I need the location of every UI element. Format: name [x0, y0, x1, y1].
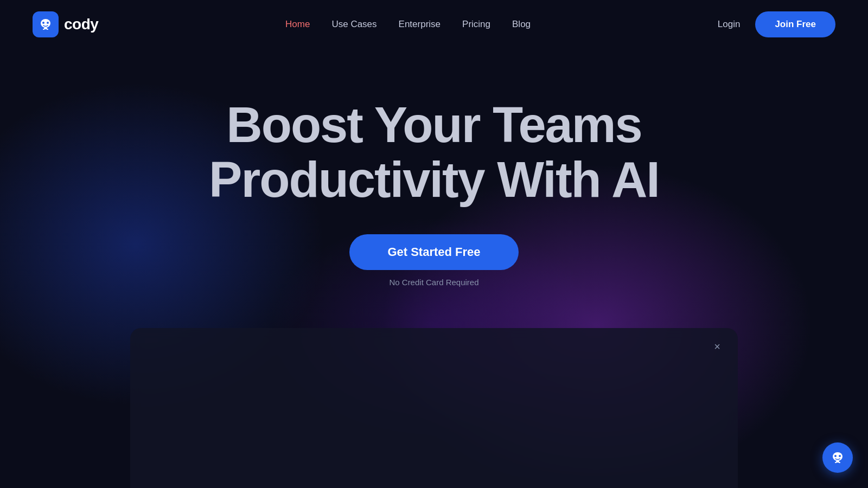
logo-text: cody [64, 16, 98, 33]
nav-link-blog[interactable]: Blog [512, 19, 531, 29]
svg-point-8 [834, 455, 837, 457]
svg-rect-12 [839, 462, 840, 463]
login-button[interactable]: Login [718, 19, 741, 30]
hero-title: Boost Your Teams Productivity With AI [209, 98, 659, 207]
demo-card: × [130, 328, 738, 488]
get-started-button[interactable]: Get Started Free [349, 234, 518, 270]
hero-cta-area: Get Started Free No Credit Card Required [349, 234, 518, 287]
hero-section: Boost Your Teams Productivity With AI Ge… [0, 49, 868, 287]
nav-item-blog[interactable]: Blog [512, 19, 531, 30]
svg-point-9 [839, 455, 841, 457]
nav-link-home[interactable]: Home [285, 19, 310, 29]
no-credit-card-text: No Credit Card Required [389, 278, 478, 287]
nav-right: Login Join Free [718, 11, 835, 37]
nav-links: Home Use Cases Enterprise Pricing Blog [285, 19, 531, 30]
svg-rect-11 [835, 462, 837, 463]
nav-item-pricing[interactable]: Pricing [462, 19, 490, 30]
navbar: cody Home Use Cases Enterprise Pricing B… [0, 0, 868, 49]
svg-point-3 [47, 22, 49, 24]
hero-title-line2: Productivity With AI [209, 152, 659, 207]
demo-close-button[interactable]: × [709, 338, 726, 355]
chatbot-fab-button[interactable] [822, 442, 853, 473]
svg-rect-4 [44, 28, 47, 29]
nav-link-pricing[interactable]: Pricing [462, 19, 490, 29]
hero-title-line1: Boost Your Teams [226, 97, 642, 152]
chatbot-icon [829, 450, 846, 466]
nav-item-usecases[interactable]: Use Cases [331, 19, 376, 30]
svg-rect-10 [836, 461, 839, 463]
nav-link-enterprise[interactable]: Enterprise [399, 19, 441, 29]
nav-link-usecases[interactable]: Use Cases [331, 19, 376, 29]
svg-point-2 [42, 22, 44, 24]
join-free-button[interactable]: Join Free [755, 11, 835, 37]
nav-item-home[interactable]: Home [285, 19, 310, 30]
nav-item-enterprise[interactable]: Enterprise [399, 19, 441, 30]
svg-rect-5 [43, 29, 44, 30]
logo[interactable]: cody [33, 11, 98, 37]
logo-icon [33, 11, 59, 37]
svg-rect-6 [47, 29, 48, 30]
